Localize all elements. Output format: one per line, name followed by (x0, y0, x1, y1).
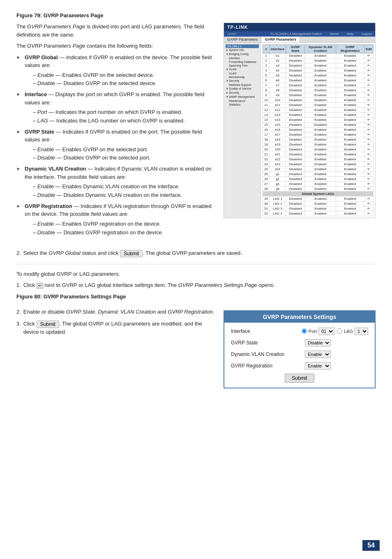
sidebar-membership[interactable]: Membership (226, 75, 259, 79)
tab-garp-parameters[interactable]: GARP Parameters (224, 37, 261, 42)
dynamic-vlan-select[interactable]: Enable Disable (305, 351, 331, 358)
sidebar-statistics[interactable]: Statistics (226, 103, 259, 106)
field-name-gvrp-registration: GVRP Registration (25, 203, 72, 209)
sidebar-spanning[interactable]: Spanning Tree (226, 64, 259, 67)
gvrp-registration-sub: Enable — Enables GVRP registration on th… (25, 220, 215, 237)
sidebar-vlan-sub[interactable]: VLAN (226, 72, 259, 75)
submit-button-step2[interactable]: Submit (120, 250, 143, 257)
sidebar-security2[interactable]: ▸ Security (226, 91, 259, 95)
settings-label-dynamic-vlan: Dynamic VLAN Creation (231, 351, 305, 357)
table-row: 4e4DisabledEnabledEnabled✏ (263, 68, 374, 73)
submit-button-step3[interactable]: Submit (37, 321, 59, 328)
edit-icon[interactable]: ✏ (367, 69, 370, 72)
edit-icon[interactable]: ✏ (367, 152, 370, 156)
edit-icon[interactable]: ✏ (367, 148, 370, 151)
sidebar-bridging[interactable]: ▾ Bridging Config (226, 52, 259, 56)
edit-icon[interactable]: ✏ (367, 103, 370, 107)
nav-about: About (330, 32, 339, 36)
edit-icon[interactable]: ✏ (367, 172, 370, 176)
radio-port[interactable] (302, 328, 307, 334)
edit-icon[interactable]: ✏ (367, 197, 370, 201)
step2-num: 2. (16, 249, 21, 257)
sidebar-fwd-db[interactable]: Forwarding Database (226, 60, 259, 64)
step3-modify-num: 3. (16, 320, 21, 328)
edit-icon[interactable]: ✏ (367, 182, 370, 186)
edit-icon[interactable]: ✏ (367, 59, 370, 62)
step2-line: 2. Select the GVRP Global status and cli… (16, 249, 376, 257)
edit-icon[interactable]: ✏ (367, 157, 370, 161)
edit-icon[interactable]: ✏ (367, 108, 370, 112)
settings-value-interface: Port 01 LAG 1 (302, 328, 368, 335)
edit-icon[interactable]: ✏ (367, 54, 370, 58)
edit-pencil-icon[interactable]: ✏ (37, 283, 43, 289)
tab-gvrp-parameters[interactable]: GVRP Parameters (261, 37, 300, 42)
edit-icon[interactable]: ✏ (367, 202, 370, 206)
nav-help: Help (347, 32, 353, 36)
col-gvrp-state: GVRP State (286, 45, 305, 53)
edit-icon[interactable]: ✏ (367, 93, 370, 97)
sidebar-multicast[interactable]: Multicast Support (226, 83, 259, 87)
edit-icon[interactable]: ✏ (367, 128, 370, 132)
sidebar-snmp[interactable]: ▾ SNMP Management (226, 95, 259, 99)
sidebar-security[interactable]: ▾ Security (226, 79, 259, 83)
sidebar-interface[interactable]: Interface (226, 56, 259, 60)
edit-icon[interactable]: ✏ (367, 118, 370, 122)
edit-icon[interactable]: ✏ (367, 162, 370, 166)
edit-icon[interactable]: ✏ (367, 133, 370, 136)
port-select[interactable]: 01 (318, 328, 334, 335)
table-row: 26g2DisabledEnabledEnabled✏ (263, 177, 374, 182)
edit-icon[interactable]: ✏ (367, 143, 370, 146)
sidebar-qos[interactable]: ▾ Quality of Service (226, 87, 259, 91)
sidebar-ip[interactable]: 192.168.1.1 (226, 44, 259, 48)
radio-group-lag: LAG 1 (337, 328, 368, 335)
step1-modify-line: 1. Click ✏ next to GVRP or LAG global in… (16, 281, 376, 289)
sidebar-system-info[interactable]: ▸ System Info (226, 48, 259, 52)
italic-gvrp-params2: GVRP Parameters Page (27, 43, 85, 49)
edit-icon[interactable]: ✏ (367, 113, 370, 117)
intro-paragraph1: The GVRP Parameters Page is divided into… (16, 23, 215, 39)
settings-submit-button[interactable]: Submit (285, 374, 314, 383)
edit-icon[interactable]: ✏ (367, 138, 370, 141)
edit-icon[interactable]: ✏ (367, 74, 370, 77)
table-row: 7e7DisabledEnabledEnabled✏ (263, 83, 374, 88)
edit-icon[interactable]: ✏ (367, 64, 370, 67)
edit-icon[interactable]: ✏ (367, 167, 370, 171)
edit-icon[interactable]: ✏ (367, 79, 370, 82)
settings-value-dynamic-vlan: Enable Disable (305, 351, 331, 358)
gvrp-table: # Interface GVRP State Dynamic VLAN Crea… (263, 44, 374, 216)
settings-panel-title: GVRP Parameters Settings (224, 311, 375, 323)
sidebar-maintenance[interactable]: Maintenance (226, 99, 259, 103)
edit-icon[interactable]: ✏ (367, 212, 370, 215)
settings-label-gvrp-reg: GVRP Registration (231, 363, 305, 369)
col-interface: Interface (269, 45, 286, 53)
step1-modify-italic: GVRP Parameters Settings Page (178, 282, 257, 288)
settings-value-gvrp-reg: Enable Disable (305, 362, 331, 370)
nav-garp: GARP (227, 32, 237, 36)
modify-section-text: To modify global GVRP or LAG parameters: (16, 271, 376, 277)
field-name-gvrp-global: GVRP Global (25, 54, 58, 60)
edit-icon[interactable]: ✏ (367, 123, 370, 127)
edit-icon[interactable]: ✏ (367, 83, 370, 87)
edit-icon[interactable]: ✏ (367, 177, 370, 181)
edit-icon[interactable]: ✏ (367, 88, 370, 92)
switch-tabs: GARP Parameters GVRP Parameters (224, 37, 375, 43)
gvrp-state-select[interactable]: Disable Enable (305, 339, 331, 346)
sidebar-vlan[interactable]: ▾ VLAN (226, 67, 259, 72)
step2-italic: GVRP Global (48, 250, 81, 256)
edit-icon[interactable]: ✏ (367, 98, 370, 102)
col-gvrp-reg: GVRP Registration (336, 45, 364, 53)
settings-panel: GVRP Parameters Settings Interface Port … (224, 304, 376, 388)
table-row: 15e15DisabledDisabledEnabled✏ (263, 122, 374, 127)
radio-lag-label: LAG (344, 329, 353, 334)
settings-row-gvrp-state: GVRP State Disable Enable (231, 339, 368, 346)
edit-icon[interactable]: ✏ (367, 187, 370, 191)
table-row: 25g1DisabledEnabledEnabled✏ (263, 172, 374, 177)
lag-select[interactable]: 1 (355, 328, 368, 335)
dynamic-vlan-sub: Enable — Enables Dynamic VLAN creation o… (25, 182, 215, 200)
gvrp-settings-panel: GVRP Parameters Settings Interface Port … (224, 310, 376, 388)
nav-logout: Logout (362, 32, 372, 36)
gvrp-reg-select[interactable]: Enable Disable (305, 362, 331, 370)
switch-nav: GARP TL-SL3428 L2 Management Switch Abou… (224, 31, 375, 37)
radio-lag[interactable] (337, 328, 342, 334)
edit-icon[interactable]: ✏ (367, 207, 370, 210)
